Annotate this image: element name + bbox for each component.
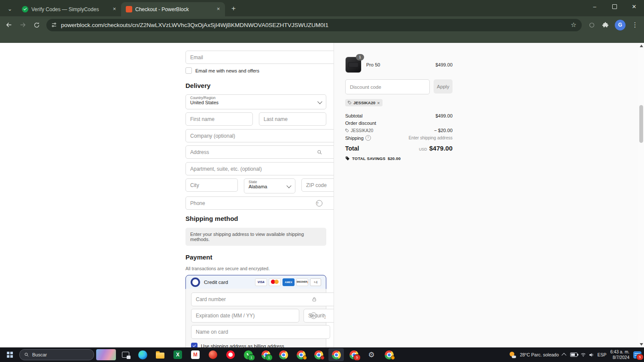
maximize-button[interactable]	[605, 0, 624, 13]
scroll-up-arrow[interactable]	[640, 45, 643, 47]
forward-arrow-icon	[19, 21, 26, 28]
taskbar-search[interactable]: Buscar	[19, 349, 94, 360]
news-offers-checkbox[interactable]	[185, 67, 192, 74]
product-price: $499.00	[435, 62, 453, 67]
chrome-app-6[interactable]	[381, 348, 397, 361]
expiry-field[interactable]	[191, 309, 299, 323]
browser-chrome: ⌄ Verify Codes — SimplyCodes × Checkout …	[0, 0, 644, 43]
company-field[interactable]	[185, 129, 336, 142]
excel-app[interactable]: X	[170, 348, 185, 361]
currency-code: USD	[419, 147, 427, 151]
new-tab-button[interactable]: +	[228, 3, 239, 14]
notification-badge: 1	[265, 354, 273, 361]
last-name-field[interactable]	[259, 112, 326, 126]
country-select[interactable]: Country/Region United States	[185, 94, 326, 109]
minimize-button[interactable]: –	[585, 0, 605, 13]
chrome-app-3[interactable]	[293, 348, 309, 361]
tab-search-icon[interactable]: ⌄	[4, 3, 15, 14]
chrome-app-2[interactable]	[276, 348, 291, 361]
notification-center-icon[interactable]: 5	[633, 351, 641, 359]
phone-help-icon[interactable]: ?	[316, 200, 322, 206]
screen: ⌄ Verify Codes — SimplyCodes × Checkout …	[0, 0, 644, 362]
back-button[interactable]	[3, 18, 15, 31]
bookmark-star-icon[interactable]: ☆	[568, 21, 579, 29]
card-brand-icons: VISA AMEX DISCOVER +4	[255, 278, 321, 286]
scroll-down-arrow[interactable]	[640, 343, 643, 346]
hidden-icons-chevron[interactable]	[561, 353, 566, 358]
tab-simplycodes[interactable]: Verify Codes — SimplyCodes ×	[17, 2, 121, 16]
discount-code-field[interactable]	[345, 79, 430, 94]
credit-card-radio[interactable]	[191, 278, 200, 287]
news-offers-row[interactable]: Email me with news and offers	[185, 67, 326, 74]
opera-app[interactable]	[223, 348, 238, 361]
tab-checkout-powerblock[interactable]: Checkout - PowerBlock ×	[121, 2, 225, 16]
language-indicator[interactable]: ESP	[598, 352, 607, 357]
first-name-field[interactable]	[185, 112, 253, 126]
address-bar[interactable]: powerblock.com/checkouts/cn/Z2NwLXVzLWVh…	[46, 19, 582, 31]
name-on-card-field[interactable]	[191, 325, 330, 339]
edge-app[interactable]	[135, 348, 150, 361]
task-view-button[interactable]	[118, 348, 133, 361]
chrome-icon	[332, 350, 341, 359]
chrome-app-5[interactable]: 5	[346, 348, 361, 361]
notification-dot	[303, 356, 307, 360]
city-field[interactable]	[185, 178, 238, 192]
whatsapp-app[interactable]: 1	[240, 348, 256, 361]
extension-icon[interactable]	[585, 18, 598, 31]
state-select[interactable]: State Alabama	[244, 178, 295, 193]
back-arrow-icon	[6, 21, 12, 28]
task-view-icon	[122, 352, 129, 358]
clock[interactable]: 6:43 a. m. 8/7/2024	[611, 349, 629, 361]
windows-taskbar: Buscar X M 1 1 5 ⚙ 28°C Parc. soleado	[0, 347, 644, 362]
extensions-puzzle-icon[interactable]	[599, 18, 612, 31]
excel-icon: X	[173, 350, 182, 359]
apartment-field[interactable]	[185, 162, 336, 175]
apply-button[interactable]: Apply	[434, 79, 453, 94]
billing-address-row[interactable]: Use shipping address as billing address	[191, 343, 321, 347]
chrome-app-4[interactable]	[311, 348, 326, 361]
close-button[interactable]: ✕	[624, 0, 644, 13]
wifi-icon	[580, 353, 586, 357]
volume-icon	[589, 353, 594, 357]
more-cards-badge: +4	[310, 278, 321, 286]
total-row: Total USD$479.00	[345, 145, 453, 152]
chrome-app-1[interactable]: 1	[258, 348, 273, 361]
order-discount-label: Order discount	[345, 121, 376, 126]
tab-close-icon[interactable]: ×	[111, 6, 118, 13]
delivery-heading: Delivery	[185, 82, 326, 89]
system-icons[interactable]	[570, 353, 594, 357]
order-discount-row: Order discount	[345, 121, 453, 126]
browser-menu-icon[interactable]: ⋮	[629, 18, 641, 31]
reload-button[interactable]	[30, 18, 43, 31]
country-value: United States	[190, 100, 322, 106]
red-app[interactable]	[205, 348, 221, 361]
credit-card-option[interactable]: Credit card VISA AMEX DISCOVER +4	[185, 275, 326, 289]
tab-strip: ⌄ Verify Codes — SimplyCodes × Checkout …	[0, 0, 644, 16]
scrollbar-thumb[interactable]	[639, 105, 643, 143]
profile-avatar[interactable]: G	[615, 20, 626, 30]
billing-address-checkbox[interactable]	[191, 343, 197, 347]
credit-card-form: ? Use shipping address as billing addres…	[186, 289, 326, 347]
chrome-icon	[279, 350, 288, 359]
tab-close-icon[interactable]: ×	[215, 6, 222, 13]
shipping-help-icon[interactable]: ?	[365, 135, 371, 141]
folder-icon	[156, 353, 164, 359]
start-button[interactable]	[3, 348, 17, 361]
tag-icon	[348, 101, 352, 105]
remove-discount-icon[interactable]: ×	[377, 100, 380, 106]
email-field[interactable]	[185, 51, 336, 64]
widgets-weather-thumbnail[interactable]	[96, 349, 116, 360]
security-code-field[interactable]	[304, 309, 338, 323]
chrome-app-active[interactable]	[328, 348, 344, 361]
mail-app[interactable]: M	[188, 348, 203, 361]
forward-button[interactable]	[16, 18, 29, 31]
security-code-help-icon[interactable]: ?	[310, 313, 317, 319]
file-explorer-app[interactable]	[152, 348, 168, 361]
visa-icon: VISA	[255, 278, 267, 286]
settings-app[interactable]: ⚙	[364, 348, 379, 361]
weather-text[interactable]: 28°C Parc. soleado	[520, 352, 559, 357]
site-info-icon[interactable]	[51, 22, 57, 28]
notification-badge: 5	[636, 354, 644, 360]
billing-address-label: Use shipping address as billing address	[201, 344, 284, 347]
page-scrollbar[interactable]	[638, 43, 644, 347]
